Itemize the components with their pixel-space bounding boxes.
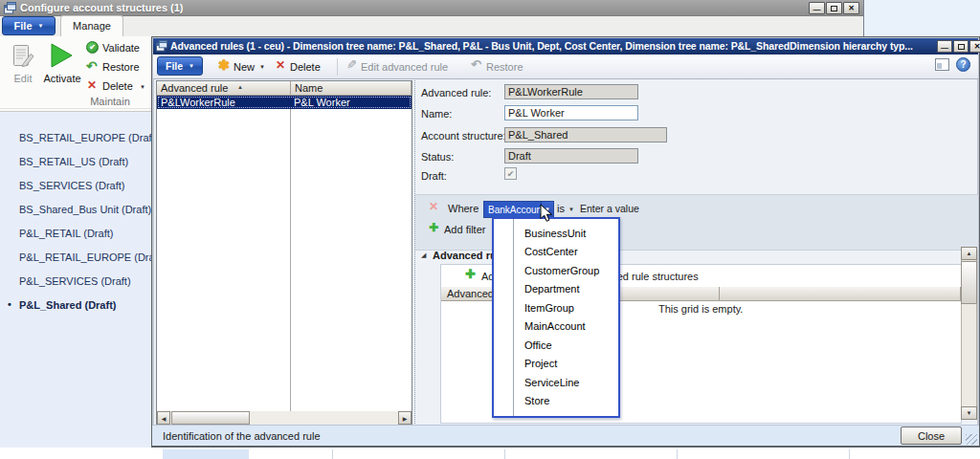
grid-line	[677, 449, 678, 459]
dropdown-item-mainaccount[interactable]: MainAccount	[524, 320, 586, 334]
new-menu-caret-icon[interactable]: ▼	[259, 64, 265, 70]
dialog-maximize-glyph	[958, 44, 965, 50]
filter-value-input[interactable]: Enter a value	[580, 203, 639, 214]
tab-manage[interactable]: Manage	[60, 15, 123, 36]
dialog-restore-icon: ↶	[471, 58, 481, 72]
vscrollbar-thumb[interactable]	[961, 261, 977, 304]
sidebar-item-bs-retail-europe[interactable]: BS_RETAIL_EUROPE (Draft)	[19, 131, 158, 145]
dialog-file-label: File	[166, 60, 183, 72]
remove-filter-icon[interactable]: ✕	[429, 201, 438, 213]
collapse-triangle-icon[interactable]: ◢	[421, 251, 426, 259]
sidebar-item-bs-services[interactable]: BS_SERVICES (Draft)	[19, 179, 124, 193]
validate-button[interactable]: Validate	[102, 42, 140, 55]
ribbon-group-divider	[0, 108, 151, 109]
activate-button[interactable]: Activate	[34, 73, 90, 85]
dialog-layout-icon[interactable]	[935, 58, 949, 71]
new-button[interactable]: New	[234, 61, 255, 74]
dialog-minimize-icon[interactable]: —	[937, 40, 952, 53]
sidebar-item-pl-retail[interactable]: P&L_RETAIL (Draft)	[19, 227, 113, 241]
dropdown-gutter-line	[513, 219, 514, 416]
dropdown-item-costcenter[interactable]: CostCenter	[524, 246, 578, 259]
sort-asc-icon: ▲	[237, 84, 243, 90]
add-filter-button[interactable]: Add filter	[444, 224, 485, 235]
table-row[interactable]: P&LWorkerRule P&L Worker	[157, 96, 412, 109]
name-field[interactable]: P&L Worker	[504, 105, 638, 120]
dropdown-item-project[interactable]: Project	[524, 358, 557, 371]
status-bar-text: Identification of the advanced rule	[163, 430, 321, 442]
dropdown-item-office[interactable]: Office	[524, 339, 552, 353]
panel-splitter[interactable]	[414, 80, 415, 426]
advanced-rule-label: Advanced rule:	[421, 87, 491, 98]
dropdown-item-businessunit[interactable]: BusinessUnit	[524, 228, 586, 241]
status-field: Draft	[504, 148, 638, 164]
sidebar-item-pl-shared[interactable]: P&L_Shared (Draft)	[19, 298, 116, 313]
dialog-file-button[interactable]: File ▼	[157, 56, 203, 76]
dialog-maximize-icon[interactable]	[953, 40, 969, 53]
status-label: Status:	[421, 151, 454, 163]
cell-advanced-rule: P&LWorkerRule	[161, 97, 235, 108]
name-label: Name:	[421, 108, 452, 120]
column-header-advanced-rule[interactable]: Advanced rule	[157, 81, 291, 96]
grid-line	[332, 449, 333, 459]
minimize-icon[interactable]: —	[809, 2, 825, 14]
validate-icon: ✔	[86, 41, 99, 54]
grid-line	[504, 449, 505, 459]
maximize-glyph	[831, 6, 837, 11]
scrollbar-thumb[interactable]	[171, 411, 250, 425]
add-filter-plus-icon: ✚	[429, 222, 438, 234]
background-grid-cell	[163, 449, 249, 459]
dropdown-item-department[interactable]: Department	[524, 283, 579, 296]
dropdown-item-store[interactable]: Store	[524, 395, 549, 408]
draft-label: Draft:	[421, 170, 447, 182]
sidebar-item-bs-retail-us[interactable]: BS_RETAIL_US (Draft)	[19, 155, 128, 169]
draft-checkbox: ✔	[504, 167, 517, 180]
outer-window-titlebar: Configure account structures (1) — ✕	[0, 0, 863, 16]
dialog-bottom-border	[151, 446, 980, 448]
close-button[interactable]: Close	[901, 426, 962, 445]
dialog-delete-icon: ✕	[276, 59, 285, 72]
dialog-restore-button[interactable]: Restore	[486, 61, 523, 74]
ribbon-tab-row	[0, 16, 863, 36]
dialog-titlebar: Advanced rules (1 - ceu) - Dimension tre…	[153, 38, 978, 55]
delete-button[interactable]: Delete	[102, 80, 133, 93]
dropdown-item-itemgroup[interactable]: ItemGroup	[524, 302, 574, 316]
rules-grid: Advanced rule ▲ Name P&LWorkerRule P&L W…	[156, 80, 412, 426]
maximize-icon[interactable]	[826, 2, 842, 14]
scroll-up-icon[interactable]: ▲	[961, 247, 977, 260]
dropdown-item-serviceline[interactable]: ServiceLine	[524, 377, 579, 390]
operator-caret-icon[interactable]: ▼	[568, 207, 574, 212]
chevron-down-icon: ▼	[38, 23, 44, 29]
chevron-down-icon: ▼	[189, 63, 194, 69]
dialog-title: Advanced rules (1 - ceu) - Dimension tre…	[170, 40, 934, 52]
account-structure-field: P&L_Shared	[504, 127, 667, 142]
sidebar-item-pl-services[interactable]: P&L_SERVICES (Draft)	[19, 274, 131, 289]
sidebar-item-pl-retail-europe[interactable]: P&L_RETAIL_EUROPE (Draft)	[19, 251, 164, 265]
app-icon	[4, 2, 16, 16]
delete-menu-caret-icon[interactable]: ▼	[140, 84, 145, 90]
mouse-cursor	[540, 204, 553, 225]
dropdown-item-customergroup[interactable]: CustomerGroup	[524, 265, 599, 278]
horizontal-scrollbar[interactable]: ◀ ▶	[157, 411, 412, 425]
dialog-delete-button[interactable]: Delete	[290, 61, 321, 74]
scroll-right-icon[interactable]: ▶	[398, 411, 412, 425]
scroll-left-icon[interactable]: ◀	[157, 411, 170, 425]
sidebar-item-bs-shared-bus-unit[interactable]: BS_Shared_Bus Unit (Draft)	[19, 203, 151, 217]
add-structure-plus-icon: ✚	[465, 268, 476, 281]
close-icon[interactable]: ✕	[843, 2, 859, 14]
grid-column-divider	[290, 109, 291, 411]
dialog-help-icon[interactable]: ?	[956, 57, 970, 72]
scroll-down-icon[interactable]: ▼	[961, 406, 977, 420]
grid-line	[849, 449, 850, 459]
column-header-name[interactable]: Name	[291, 81, 412, 96]
dialog-close-icon[interactable]: ✕	[969, 40, 980, 53]
file-menu-button[interactable]: File ▼	[2, 16, 56, 35]
edit-rule-pencil-icon: ✎	[346, 58, 357, 72]
column-header-blank[interactable]	[720, 287, 961, 301]
screen: Configure account structures (1) — ✕ ? F…	[0, 0, 980, 459]
restore-button[interactable]: Restore	[102, 61, 140, 74]
edit-advanced-rule-button[interactable]: Edit advanced rule	[361, 61, 448, 74]
new-icon: ✱	[218, 58, 230, 72]
advanced-rule-field: P&LWorkerRule	[504, 84, 638, 99]
file-menu-label: File	[14, 20, 33, 32]
resize-grip[interactable]	[966, 434, 977, 445]
